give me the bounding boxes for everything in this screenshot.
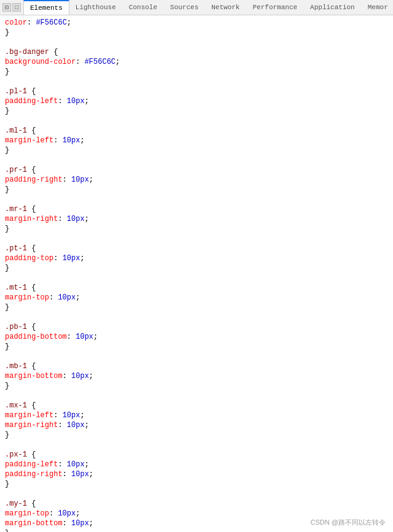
css-property: padding-left [5,460,58,469]
code-panel[interactable]: color: #F56C6C;} .bg-danger { background… [0,15,393,532]
code-line [0,155,393,165]
code-line: .mb-1 { [0,361,393,371]
css-value: #F56C6C [36,18,66,28]
code-line: } [0,145,393,155]
css-selector: .pb-1 [5,322,31,332]
css-value: 10px [67,420,85,430]
code-line: .pt-1 { [0,244,393,253]
tab-sources[interactable]: Sources [164,0,205,15]
code-line [0,440,393,450]
window-controls: ⊡ □ [0,3,23,12]
code-line [0,312,393,322]
css-selector: .pl-1 [5,87,31,96]
code-line: } [0,528,393,532]
css-property: margin-left [5,411,53,420]
code-line: } [0,342,393,352]
code-line: .px-1 { [0,450,393,460]
devtools-tab-bar: ⊡ □ Elements Lighthouse Console Sources … [0,0,393,15]
code-line: .ml-1 { [0,126,393,136]
tab-network[interactable]: Network [205,0,246,15]
tab-performance[interactable]: Performance [246,0,304,15]
css-property: margin-top [5,509,49,519]
maximize-button[interactable]: □ [12,3,21,12]
tab-memory[interactable]: Memor [362,0,393,15]
watermark: CSDN @路不同以左转令 [311,518,386,527]
css-property: padding-right [5,175,63,185]
code-line [0,37,393,47]
code-line: margin-left: 10px; [0,136,393,145]
css-selector: .pr-1 [5,165,31,175]
css-property: margin-left [5,136,53,145]
code-line: background-color: #F56C6C; [0,57,393,67]
code-line: padding-top: 10px; [0,253,393,263]
code-line: margin-right: 10px; [0,214,393,224]
css-value: 10px [63,136,80,145]
code-line: } [0,263,393,273]
css-selector: .mt-1 [5,283,31,293]
code-line: } [0,67,393,77]
code-line: padding-left: 10px; [0,96,393,106]
css-property: margin-right [5,420,58,430]
code-line [0,77,393,87]
css-property: padding-left [5,96,58,106]
css-property: background-color [5,57,76,67]
css-value: 10px [63,253,80,263]
tab-elements[interactable]: Elements [23,0,69,15]
css-value: 10px [67,96,85,106]
css-value: 10px [71,175,89,185]
css-selector: .my-1 [5,499,31,509]
code-line: } [0,106,393,116]
css-property: padding-right [5,469,63,479]
code-line [0,489,393,499]
code-line [0,116,393,126]
css-value: 10px [67,460,85,469]
code-line: .bg-danger { [0,47,393,57]
css-selector: .ml-1 [5,126,31,136]
css-value: 10px [71,371,89,381]
css-property: margin-bottom [5,371,63,381]
css-property: padding-bottom [5,332,67,342]
code-line: } [0,303,393,312]
css-property: margin-right [5,214,58,224]
tab-lighthouse[interactable]: Lighthouse [69,0,123,15]
css-selector: .px-1 [5,450,31,460]
code-line: .mr-1 { [0,204,393,214]
code-line [0,195,393,204]
tab-console[interactable]: Console [123,0,164,15]
css-value: 10px [71,469,89,479]
code-line: color: #F56C6C; [0,18,393,28]
css-property: padding-top [5,253,53,263]
code-line: .my-1 { [0,499,393,509]
css-value: 10px [67,214,85,224]
code-line: } [0,479,393,489]
code-line: } [0,224,393,234]
tab-application[interactable]: Application [304,0,362,15]
code-line [0,234,393,244]
restore-button[interactable]: ⊡ [2,3,11,12]
css-value: 10px [76,332,93,342]
css-value: 10px [58,509,76,519]
code-line [0,273,393,283]
code-line [0,352,393,361]
code-line: .pb-1 { [0,322,393,332]
code-line: } [0,28,393,37]
css-property: margin-top [5,293,49,303]
css-selector: .mr-1 [5,204,31,214]
css-value: 10px [63,411,80,420]
code-line: .pr-1 { [0,165,393,175]
code-line: padding-right: 10px; [0,469,393,479]
code-line: padding-left: 10px; [0,460,393,469]
css-value: #F56C6C [85,57,115,67]
css-selector: .mx-1 [5,401,31,411]
code-line: } [0,430,393,440]
css-value: 10px [71,519,89,528]
css-selector: .bg-danger [5,47,53,57]
code-line: margin-top: 10px; [0,509,393,519]
css-selector: .mb-1 [5,361,31,371]
css-value: 10px [58,293,76,303]
code-line: padding-right: 10px; [0,175,393,185]
css-property: margin-bottom [5,519,63,528]
code-line: padding-bottom: 10px; [0,332,393,342]
css-property: color [5,18,27,28]
code-line: .pl-1 { [0,87,393,96]
